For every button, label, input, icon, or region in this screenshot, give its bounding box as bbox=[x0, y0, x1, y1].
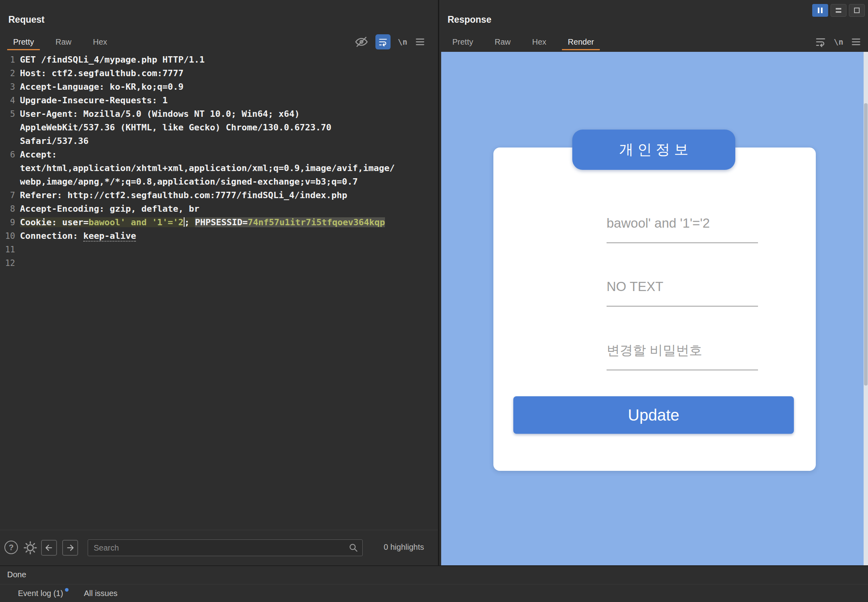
request-line-9[interactable]: 9Cookie: user=bawool' and '1'='2; PHPSES… bbox=[0, 216, 438, 229]
line-number: 7 bbox=[0, 189, 15, 202]
wrap-lines-icon[interactable] bbox=[375, 34, 391, 49]
request-panel: Request PrettyRawHex bbox=[0, 0, 438, 565]
header-text: Accept: text/html,application/xhtml+xml,… bbox=[20, 150, 395, 187]
new-password-field[interactable]: 변경할 비밀번호 bbox=[607, 342, 758, 370]
layout-buttons bbox=[812, 4, 865, 17]
request-tab-hex[interactable]: Hex bbox=[82, 33, 118, 50]
menu-icon[interactable] bbox=[414, 36, 426, 47]
layout-columns-button[interactable] bbox=[812, 4, 828, 17]
render-scrollbar[interactable] bbox=[864, 52, 868, 565]
personal-info-heading: 개인정보 bbox=[572, 130, 735, 170]
header-text: keep-alive bbox=[83, 231, 136, 242]
event-log-dot bbox=[65, 588, 69, 592]
line-number: 8 bbox=[0, 202, 15, 216]
burp-repeater-window: Request PrettyRawHex bbox=[0, 0, 868, 602]
bottom-bar: Event log (1) All issues bbox=[0, 584, 868, 602]
request-tab-raw[interactable]: Raw bbox=[45, 33, 82, 50]
request-line-11[interactable]: 11 bbox=[0, 243, 438, 256]
request-tabs-row: PrettyRawHex bbox=[0, 33, 438, 50]
header-text: Accept-Encoding: gzip, deflate, br bbox=[20, 204, 199, 214]
line-number: 5 bbox=[0, 107, 15, 148]
highlights-count: 0 highlights bbox=[384, 543, 424, 552]
response-tab-raw[interactable]: Raw bbox=[484, 33, 521, 50]
request-line-10[interactable]: 10Connection: keep-alive bbox=[0, 229, 438, 243]
request-line-2[interactable]: 2Host: ctf2.segfaulthub.com:7777 bbox=[0, 67, 438, 80]
scrollbar-thumb[interactable] bbox=[864, 103, 868, 386]
response-tabs-row: PrettyRawHexRender \n bbox=[439, 33, 868, 50]
newline-chars-icon[interactable]: \n bbox=[834, 37, 843, 47]
request-line-7[interactable]: 7Referer: http://ctf2.segfaulthub.com:77… bbox=[0, 189, 438, 202]
header-text: PHPSESSID= bbox=[195, 217, 247, 227]
response-title: Response bbox=[448, 14, 491, 25]
request-toolbar: \n bbox=[355, 33, 426, 50]
hide-nonprinting-icon[interactable] bbox=[355, 35, 368, 49]
line-number: 10 bbox=[0, 229, 15, 243]
request-tab-pretty[interactable]: Pretty bbox=[2, 33, 45, 50]
header-value: 74nf57u1itr7i5tfqoev364kqp bbox=[248, 217, 385, 227]
line-number: 9 bbox=[0, 216, 15, 229]
main-split: Request PrettyRawHex bbox=[0, 0, 868, 565]
line-number: 11 bbox=[0, 243, 15, 256]
request-line-8[interactable]: 8Accept-Encoding: gzip, deflate, br bbox=[0, 202, 438, 216]
wrap-lines-icon[interactable] bbox=[815, 36, 827, 48]
header-text: Host: ctf2.segfaulthub.com:7777 bbox=[20, 68, 184, 78]
header-text: User-Agent: Mozilla/5.0 (Windows NT 10.0… bbox=[20, 109, 337, 146]
username-field[interactable]: bawool' and '1'='2 bbox=[607, 215, 758, 243]
request-line-6[interactable]: 6Accept: text/html,application/xhtml+xml… bbox=[0, 148, 438, 189]
header-text: ; bbox=[185, 217, 195, 227]
response-tabs: PrettyRawHexRender bbox=[442, 33, 868, 50]
header-text: Accept-Language: ko-KR,ko;q=0.9 bbox=[20, 82, 184, 92]
profile-card: bawool' and '1'='2 NO TEXT 변경할 비밀번호 Upda… bbox=[493, 148, 816, 471]
render-view: bawool' and '1'='2 NO TEXT 변경할 비밀번호 Upda… bbox=[441, 52, 864, 565]
update-button[interactable]: Update bbox=[513, 396, 794, 434]
request-editor[interactable]: 1GET /findSQLi_4/mypage.php HTTP/1.12Hos… bbox=[0, 53, 438, 530]
response-tab-render[interactable]: Render bbox=[557, 33, 605, 50]
line-number: 12 bbox=[0, 256, 15, 270]
header-text: GET /findSQLi_4/mypage.php HTTP/1.1 bbox=[20, 55, 205, 65]
layout-single-button[interactable] bbox=[849, 4, 865, 17]
event-log-button[interactable]: Event log (1) bbox=[18, 589, 69, 598]
response-tab-hex[interactable]: Hex bbox=[521, 33, 557, 50]
header-value: bawool' and '1'='2 bbox=[88, 217, 183, 227]
response-toolbar: \n bbox=[815, 33, 862, 50]
header-text: Upgrade-Insecure-Requests: 1 bbox=[20, 95, 168, 105]
line-number: 2 bbox=[0, 67, 15, 80]
history-forward-button[interactable] bbox=[62, 540, 78, 556]
line-number: 1 bbox=[0, 53, 15, 67]
status-done-label: Done bbox=[7, 570, 26, 579]
header-text: Connection: bbox=[20, 231, 83, 241]
newline-chars-icon[interactable]: \n bbox=[398, 37, 407, 47]
no-text-field[interactable]: NO TEXT bbox=[607, 279, 758, 307]
line-number: 3 bbox=[0, 80, 15, 94]
request-line-4[interactable]: 4Upgrade-Insecure-Requests: 1 bbox=[0, 94, 438, 107]
response-panel: Response PrettyRawHexRender \n bbox=[439, 0, 868, 565]
history-back-button[interactable] bbox=[41, 540, 57, 556]
all-issues-button[interactable]: All issues bbox=[84, 589, 117, 598]
menu-icon[interactable] bbox=[850, 36, 862, 47]
request-title: Request bbox=[8, 14, 45, 25]
line-number: 6 bbox=[0, 148, 15, 189]
status-bar: Done bbox=[0, 565, 868, 583]
request-line-1[interactable]: 1GET /findSQLi_4/mypage.php HTTP/1.1 bbox=[0, 53, 438, 67]
search-icon[interactable] bbox=[348, 543, 359, 553]
search-input[interactable] bbox=[88, 539, 363, 556]
layout-rows-button[interactable] bbox=[831, 4, 846, 17]
request-line-5[interactable]: 5User-Agent: Mozilla/5.0 (Windows NT 10.… bbox=[0, 107, 438, 148]
request-line-12[interactable]: 12 bbox=[0, 256, 438, 270]
settings-gear-icon[interactable] bbox=[23, 541, 37, 555]
line-number: 4 bbox=[0, 94, 15, 107]
request-footer: ? bbox=[0, 530, 438, 565]
help-icon[interactable]: ? bbox=[4, 541, 18, 554]
response-tab-pretty[interactable]: Pretty bbox=[442, 33, 484, 50]
header-text: Referer: http://ctf2.segfaulthub.com:777… bbox=[20, 190, 347, 200]
request-line-3[interactable]: 3Accept-Language: ko-KR,ko;q=0.9 bbox=[0, 80, 438, 94]
header-text: Cookie: user= bbox=[20, 217, 88, 227]
